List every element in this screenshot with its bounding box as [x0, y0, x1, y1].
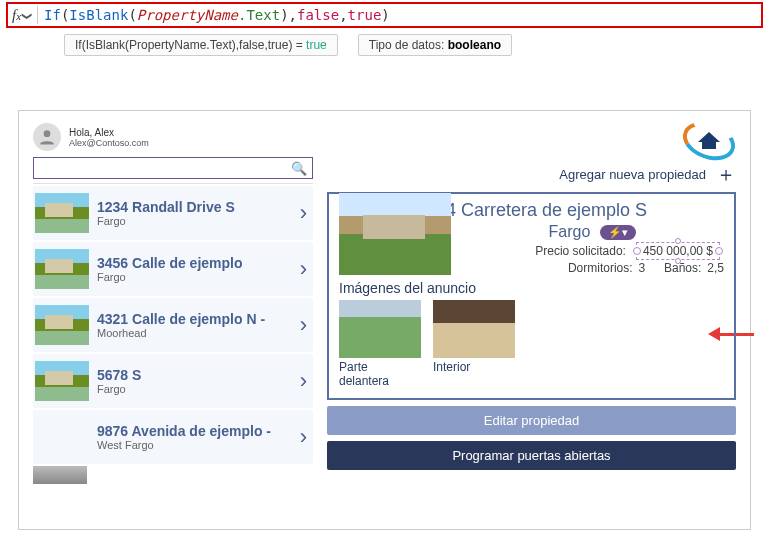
left-column: Hola, Alex Alex@Contoso.com 🔍 1234 Randa…	[33, 123, 313, 517]
beds-value: 3	[639, 261, 646, 275]
chevron-right-icon[interactable]: ›	[300, 424, 311, 450]
property-list[interactable]: 1234 Randall Drive S Fargo › 3456 Calle …	[33, 183, 313, 517]
property-city: Fargo	[97, 383, 292, 395]
price-label: Precio solicitado:	[535, 244, 626, 258]
gallery-item[interactable]: Parte delantera	[339, 300, 421, 388]
detail-card[interactable]: 1234 Carretera de ejemplo S Fargo ⚡▾ Pre…	[327, 192, 736, 400]
gallery-item[interactable]: Interior	[433, 300, 515, 388]
list-item[interactable]: 9876 Avenida de ejemplo - West Fargo ›	[33, 410, 313, 464]
price-value-selected[interactable]: 450 000,00 $	[636, 242, 720, 260]
fx-icon: fx	[12, 7, 21, 24]
property-thumb	[35, 193, 89, 233]
beds-label: Dormitorios:	[568, 261, 633, 275]
user-header: Hola, Alex Alex@Contoso.com	[33, 123, 313, 151]
property-title: 5678 S	[97, 367, 292, 383]
list-item[interactable]: 5678 S Fargo ›	[33, 354, 313, 408]
property-title: 1234 Randall Drive S	[97, 199, 292, 215]
property-title: 9876 Avenida de ejemplo -	[97, 423, 292, 439]
add-property-label: Agregar nueva propiedad	[559, 167, 706, 182]
tok-if: If	[44, 7, 61, 23]
search-icon[interactable]: 🔍	[286, 161, 312, 176]
copilot-badge-icon[interactable]: ⚡▾	[600, 225, 636, 240]
divider	[37, 6, 38, 24]
gallery-caption: Interior	[433, 360, 515, 374]
formula-input[interactable]: If(IsBlank(PropertyName.Text),false,true…	[44, 7, 757, 23]
schedule-open-house-button[interactable]: Programar puertas abiertas	[327, 441, 736, 470]
gallery-label: Imágenes del anuncio	[339, 280, 724, 296]
right-column: Agregar nueva propiedad ＋ 1234 Carretera…	[327, 123, 736, 517]
baths-value: 2,5	[707, 261, 724, 275]
gallery-caption: Parte delantera	[339, 360, 421, 388]
logo-row	[327, 123, 736, 159]
list-item[interactable]: 4321 Calle de ejemplo N - Moorhead ›	[33, 298, 313, 352]
gallery: Parte delantera Interior	[339, 300, 724, 388]
user-email: Alex@Contoso.com	[69, 138, 149, 148]
formula-type: Tipo de datos: booleano	[358, 34, 512, 56]
list-item[interactable]: 3456 Calle de ejemplo Fargo ›	[33, 242, 313, 296]
edit-property-button[interactable]: Editar propiedad	[327, 406, 736, 435]
property-title: 4321 Calle de ejemplo N -	[97, 311, 292, 327]
formula-bar[interactable]: fx ❯ If(IsBlank(PropertyName.Text),false…	[6, 2, 763, 28]
app-logo	[682, 123, 736, 159]
property-thumb	[35, 305, 89, 345]
add-property-button[interactable]: Agregar nueva propiedad ＋	[327, 161, 736, 188]
property-city: Moorhead	[97, 327, 292, 339]
chevron-right-icon[interactable]: ›	[300, 312, 311, 338]
property-city: Fargo	[97, 215, 292, 227]
property-title: 3456 Calle de ejemplo	[97, 255, 292, 271]
list-item-peek[interactable]	[33, 466, 87, 484]
property-city: West Fargo	[97, 439, 292, 451]
property-thumb	[35, 361, 89, 401]
search-input[interactable]	[34, 158, 286, 178]
list-item[interactable]: 1234 Randall Drive S Fargo ›	[33, 186, 313, 240]
search-box[interactable]: 🔍	[33, 157, 313, 179]
chevron-right-icon[interactable]: ›	[300, 200, 311, 226]
app-canvas: Hola, Alex Alex@Contoso.com 🔍 1234 Randa…	[18, 110, 751, 530]
gallery-img-front	[339, 300, 421, 358]
avatar	[33, 123, 61, 151]
formula-result-row: If(IsBlank(PropertyName.Text),false,true…	[0, 30, 769, 60]
detail-fields: Fargo ⚡▾ Precio solicitado: 450 000,00 $	[461, 221, 724, 278]
detail-city: Fargo	[549, 223, 591, 241]
baths-label: Baños:	[664, 261, 701, 275]
user-greeting: Hola, Alex	[69, 127, 149, 138]
chevron-down-icon[interactable]: ❯	[22, 11, 33, 19]
chevron-right-icon[interactable]: ›	[300, 368, 311, 394]
gallery-img-interior	[433, 300, 515, 358]
plus-icon: ＋	[716, 161, 736, 188]
svg-point-0	[44, 130, 51, 137]
chevron-right-icon[interactable]: ›	[300, 256, 311, 282]
property-city: Fargo	[97, 271, 292, 283]
detail-photo	[339, 193, 451, 275]
formula-result: If(IsBlank(PropertyName.Text),false,true…	[64, 34, 338, 56]
property-thumb	[35, 249, 89, 289]
